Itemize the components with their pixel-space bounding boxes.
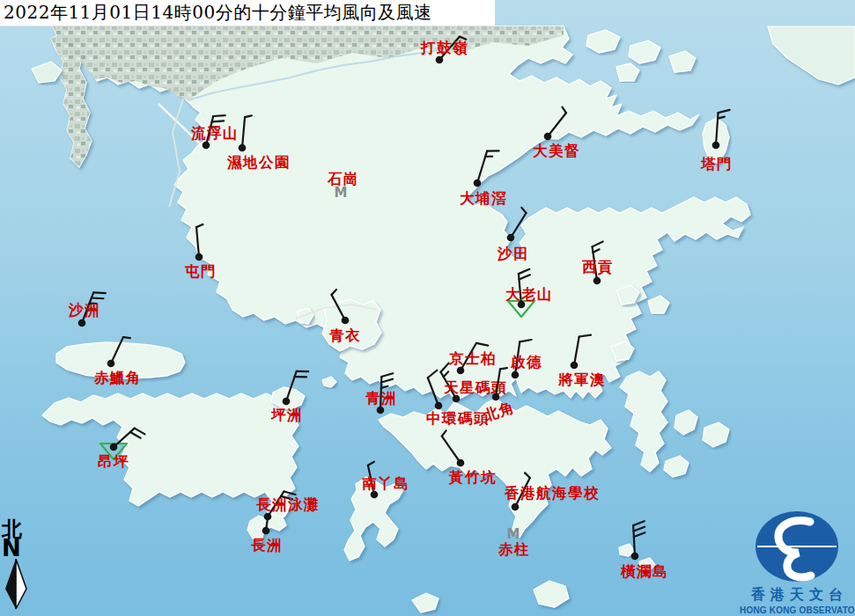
station-label: 昂坪 [98, 453, 129, 470]
station-label: 青衣 [329, 327, 361, 344]
station-dot [457, 367, 465, 375]
wind-barb-feather [213, 115, 225, 116]
station-dot [512, 503, 520, 511]
station-label: 青洲 [365, 390, 397, 407]
wind-barb-feather [212, 121, 224, 121]
station-dot [239, 144, 247, 152]
station-label: 坪洲 [270, 407, 303, 423]
station-dot [492, 393, 500, 401]
station-label: 赤柱 [498, 541, 530, 558]
station-dot [342, 317, 350, 325]
station-dot [262, 527, 270, 535]
station-dot [436, 56, 444, 64]
station-dot [593, 277, 601, 285]
station-dot [195, 253, 203, 261]
station-label: 大美督 [533, 143, 580, 159]
station-dot [571, 362, 579, 370]
station-dot [203, 142, 210, 150]
observatory-emblem-icon [755, 510, 840, 583]
station-dot [107, 360, 115, 368]
station-label: 濕地公園 [226, 154, 291, 171]
station-dot [78, 319, 86, 327]
observatory-logo: 香港天文台 HONG KONG OBSERVATORY [740, 510, 855, 615]
station-label: 赤鱲角 [93, 370, 142, 386]
station-label: 石崗 [327, 171, 359, 187]
station-label: 屯門 [184, 263, 217, 280]
station-dot [474, 180, 482, 187]
compass-needle-icon [3, 559, 31, 610]
station-dot [110, 444, 118, 451]
station-label: 大老山 [505, 286, 553, 303]
wind-barb-feather [92, 298, 103, 299]
station-label: 香港航海學校 [504, 485, 600, 502]
station-label: 長洲泳灘 [256, 496, 320, 513]
wind-barb-feather [500, 368, 507, 369]
station-dot [512, 371, 520, 379]
station-dot [435, 402, 443, 410]
station-label: 黃竹坑 [448, 469, 497, 486]
station-label: 橫瀾島 [620, 563, 668, 580]
station-dot [712, 142, 720, 150]
station-label: 沙洲 [68, 302, 100, 319]
station-dot [377, 407, 385, 414]
station-label: 南丫島 [362, 475, 409, 492]
station-label: 長洲 [251, 537, 283, 554]
compass-north-letter: N [2, 538, 37, 559]
station-dot [544, 133, 552, 141]
station-label: 沙田 [497, 246, 529, 262]
wind-barb-feather [123, 337, 130, 338]
station-dot [507, 234, 515, 242]
logo-english-name: HONG KONG OBSERVATORY [740, 605, 855, 615]
station-dot [631, 553, 639, 561]
station-label: 大埔滘 [460, 190, 507, 207]
hong-kong-wind-map: 打鼓嶺流浮山濕地公園M石崗大埔滘大美督沙田塔門屯門西貢沙洲大老山青衣京士柏啟德將… [0, 0, 855, 616]
station-dot [457, 459, 465, 467]
north-compass: 北 N [2, 518, 37, 610]
title-bar: 2022年11月01日14時00分的十分鐘平均風向及風速 [0, 0, 495, 26]
station-label: 中環碼頭 [426, 410, 490, 427]
map-title: 2022年11月01日14時00分的十分鐘平均風向及風速 [4, 1, 432, 25]
station-label: 西貢 [581, 259, 614, 275]
station-label: 打鼓嶺 [420, 40, 468, 56]
logo-chinese-name: 香港天文台 [744, 586, 855, 605]
station-label: 京士柏 [448, 350, 497, 367]
station-label: 將軍澳 [557, 371, 606, 388]
station-label: 啟德 [510, 354, 542, 370]
station-dot [283, 398, 291, 406]
station-label: 流浮山 [190, 125, 239, 142]
missing-data-marker: M [507, 526, 520, 542]
station-label: 塔門 [700, 156, 733, 172]
wind-map-page: 打鼓嶺流浮山濕地公園M石崗大埔滘大美督沙田塔門屯門西貢沙洲大老山青衣京士柏啟德將… [0, 0, 855, 616]
wind-barb-feather [93, 292, 105, 293]
